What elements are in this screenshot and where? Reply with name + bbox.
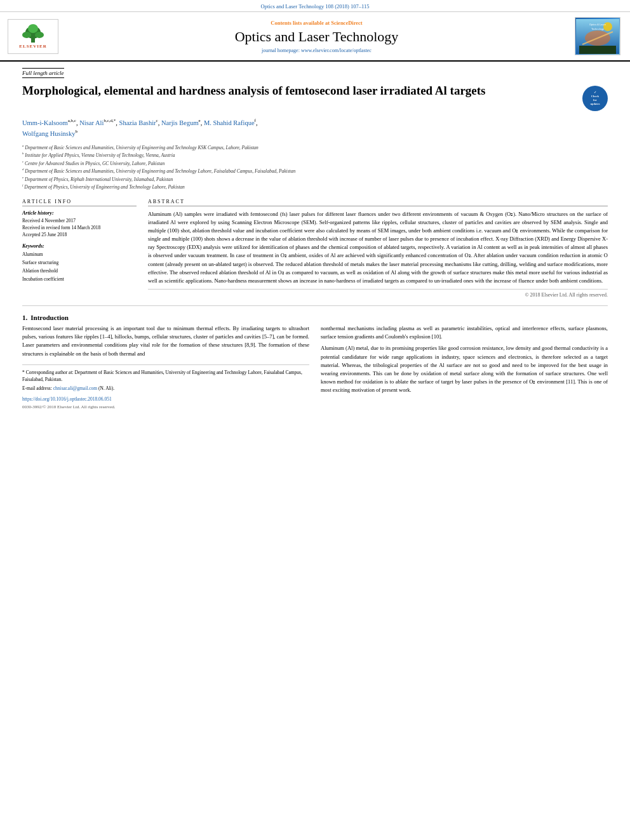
article-title: Morphological, elemental and hardness an… (22, 83, 576, 99)
article-body: Full length article Morphological, eleme… (0, 62, 630, 423)
header-area: ELSEVIER Contents lists available at Sci… (0, 12, 630, 62)
abstract-col: ABSTRACT Aluminum (Al) samples were irra… (148, 199, 608, 298)
copyright-line: © 2018 Elsevier Ltd. All rights reserved… (148, 289, 608, 298)
check-for-updates-badge: ✓Checkforupdates (582, 86, 608, 111)
keyword-1: Aluminum (22, 251, 137, 259)
journal-homepage: journal homepage: www.elsevier.com/locat… (65, 48, 568, 53)
affil-a: a Department of Basic Sciences and Human… (22, 143, 608, 152)
header-center: Contents lists available at ScienceDirec… (65, 20, 568, 53)
intro-col-right: nonthermal mechanisms including plasma a… (321, 324, 608, 410)
journal-ref-bar: Optics and Laser Technology 108 (2018) 1… (0, 0, 630, 12)
elsevier-brand-text: ELSEVIER (19, 44, 46, 49)
affil-d: d Department of Basic Sciences and Human… (22, 167, 608, 175)
author-4: Narjis Begum (161, 119, 199, 126)
intro-heading: 1.Introduction (22, 314, 608, 321)
science-direct-line: Contents lists available at ScienceDirec… (65, 20, 568, 26)
issn-line: 0030-3992/© 2018 Elsevier Ltd. All right… (22, 404, 309, 411)
author-6: Wolfgang Husinsky (22, 130, 75, 137)
intro-num: 1. (22, 314, 27, 321)
journal-title-header: Optics and Laser Technology (65, 29, 568, 45)
keyword-3: Ablation threshold (22, 267, 137, 276)
article-info-col: ARTICLE INFO Article history: Received 4… (22, 199, 137, 298)
svg-rect-9 (579, 46, 616, 54)
page-wrapper: Optics and Laser Technology 108 (2018) 1… (0, 0, 630, 423)
history-label: Article history: (22, 210, 137, 216)
svg-text:Optics & Laser: Optics & Laser (589, 23, 607, 26)
elsevier-logo-box: ELSEVIER (8, 19, 58, 54)
author-1: Umm-i-Kalsoom (22, 119, 68, 126)
svg-point-4 (28, 24, 38, 33)
elsevier-tree-icon (17, 23, 49, 43)
article-title-row: Morphological, elemental and hardness an… (22, 83, 608, 111)
email-suffix: (N. Ali). (97, 385, 114, 391)
intro-p2: nonthermal mechanisms including plasma a… (321, 324, 608, 341)
intro-p1: Femtosecond laser material processing is… (22, 324, 309, 358)
journal-ref-text: Optics and Laser Technology 108 (2018) 1… (261, 3, 370, 10)
keyword-4: Incubation coefficient (22, 276, 137, 284)
intro-col-left: Femtosecond laser material processing is… (22, 324, 309, 410)
svg-point-3 (35, 32, 44, 38)
history-received: Received 4 November 2017 (22, 217, 137, 224)
intro-heading-text: Introduction (30, 314, 69, 321)
history-revised: Received in revised form 14 March 2018 (22, 224, 137, 231)
info-abstract-cols: ARTICLE INFO Article history: Received 4… (22, 199, 608, 298)
homepage-url[interactable]: www.elsevier.com/locate/optlastec (301, 48, 372, 53)
intro-two-col: Femtosecond laser material processing is… (22, 324, 608, 410)
keywords-section: Keywords: Aluminum Surface structuring A… (22, 243, 137, 283)
journal-thumbnail-image: Optics & Laser Technology (576, 19, 619, 54)
journal-thumbnail-area: Optics & Laser Technology (575, 17, 622, 55)
affil-f: f Department of Physics, University of E… (22, 183, 608, 191)
history-accepted: Accepted 25 June 2018 (22, 231, 137, 238)
check-badge-text: ✓Checkforupdates (590, 91, 600, 105)
abstract-header: ABSTRACT (148, 199, 608, 206)
affil-c: c Centre for Advanced Studies in Physics… (22, 159, 608, 168)
author-5: M. Shahid Rafique (204, 119, 255, 126)
abstract-text: Aluminum (Al) samples were irradiated wi… (148, 210, 608, 286)
author-3: Shazia Bashir (119, 119, 156, 126)
science-direct-link-text[interactable]: ScienceDirect (331, 20, 362, 26)
homepage-label: journal homepage: (262, 48, 301, 53)
affil-e: e Department of Physics, Riphah Internat… (22, 175, 608, 183)
affiliations: a Department of Basic Sciences and Human… (22, 143, 608, 191)
email-link[interactable]: chnisar.ali@gmail.com (53, 385, 97, 391)
svg-text:Technology: Technology (591, 27, 604, 30)
journal-thumbnail: Optics & Laser Technology (575, 17, 620, 55)
section-divider (22, 305, 608, 306)
article-type: Full length article (22, 68, 64, 78)
keywords-label: Keywords: (22, 243, 137, 249)
keyword-2: Surface structuring (22, 259, 137, 267)
email-label: E-mail address: (22, 385, 53, 391)
doi-link[interactable]: https://doi.org/10.1016/j.optlastec.2018… (22, 396, 112, 402)
article-history: Article history: Received 4 November 201… (22, 210, 137, 239)
corresponding-note: * Corresponding author at: Department of… (22, 369, 309, 383)
article-info-header: ARTICLE INFO (22, 199, 137, 206)
author-2: Nisar Ali (79, 119, 104, 126)
elsevier-logo: ELSEVIER (8, 19, 58, 54)
affil-b: b Institute for Applied Physics, Vienna … (22, 151, 608, 159)
email-line: E-mail address: chnisar.ali@gmail.com (N… (22, 385, 309, 392)
intro-p3: Aluminum (Al) metal, due to its promisin… (321, 344, 608, 394)
authors-line: Umm-i-Kalsooma,b,c, Nisar Alib,c,d,*, Sh… (22, 117, 608, 140)
footnote-box: * Corresponding author at: Department of… (22, 364, 309, 411)
science-direct-label: Contents lists available at (271, 20, 331, 26)
svg-point-2 (22, 32, 31, 38)
